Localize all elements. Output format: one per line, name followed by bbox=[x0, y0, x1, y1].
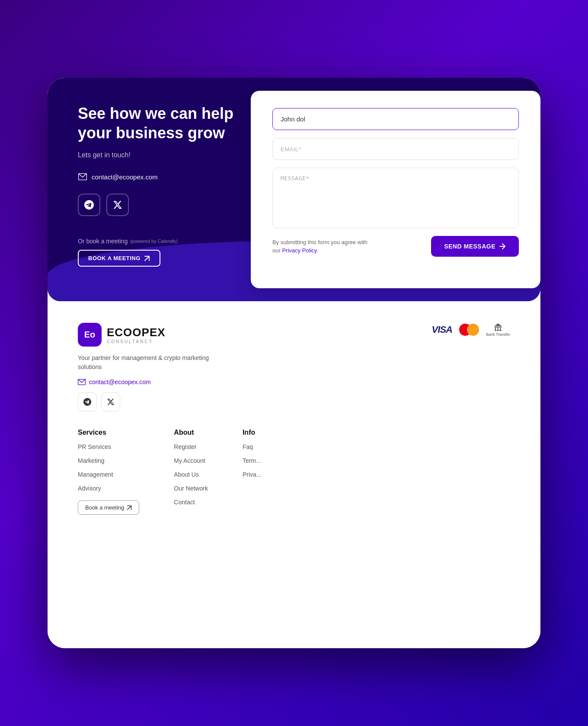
powered-by: (powered by Calendly) bbox=[130, 239, 178, 244]
svg-rect-2 bbox=[494, 327, 502, 328]
book-meeting-button[interactable]: BOOK A MEETING bbox=[78, 250, 160, 267]
svg-rect-5 bbox=[500, 328, 501, 330]
contact-email: contact@ecoopex.com bbox=[92, 173, 158, 181]
payment-icons: VISA bbox=[432, 323, 510, 337]
footer-top: Eo ECOOPEX CONSULTANCY Your partner for … bbox=[78, 323, 510, 411]
marketing-link[interactable]: Marketing bbox=[78, 457, 139, 464]
contact-heading: See how we can help your business grow bbox=[78, 104, 238, 143]
logo-brand: ECOOPEX bbox=[107, 326, 166, 339]
footer-tagline: Your partner for management & crypto mar… bbox=[78, 353, 216, 372]
book-meeting-label: Or book a meeting (powered by Calendly) bbox=[78, 238, 238, 245]
send-message-button[interactable]: SEND MESSAGE bbox=[431, 236, 519, 257]
footer-section: Eo ECOOPEX CONSULTANCY Your partner for … bbox=[48, 301, 540, 648]
footer-telegram-button[interactable] bbox=[78, 392, 97, 411]
message-input[interactable] bbox=[272, 168, 519, 228]
faq-link[interactable]: Faq bbox=[243, 443, 262, 450]
pr-services-link[interactable]: PR Services bbox=[78, 443, 139, 450]
privacy-link[interactable]: Privacy Policy. bbox=[282, 247, 318, 254]
management-link[interactable]: Management bbox=[78, 471, 139, 478]
logo-area: Eo ECOOPEX CONSULTANCY Your partner for … bbox=[78, 323, 216, 411]
contact-subtext: Lets get in touch! bbox=[78, 151, 238, 159]
logo-row: Eo ECOOPEX CONSULTANCY bbox=[78, 323, 216, 347]
bank-transfer-icon: Bank Transfer bbox=[486, 323, 510, 337]
screen: See how we can help your business grow L… bbox=[48, 78, 540, 648]
info-title: Info bbox=[243, 429, 262, 436]
privacy-policy-link[interactable]: Priva... bbox=[243, 471, 262, 478]
device-frame: See how we can help your business grow L… bbox=[48, 78, 540, 648]
register-link[interactable]: Register bbox=[174, 443, 208, 450]
footer-nav: Services PR Services Marketing Managemen… bbox=[78, 429, 510, 515]
contact-left: See how we can help your business grow L… bbox=[48, 78, 259, 301]
footer-twitter-button[interactable] bbox=[101, 392, 120, 411]
svg-rect-3 bbox=[495, 328, 496, 330]
footer-social bbox=[78, 392, 216, 411]
telegram-button[interactable] bbox=[78, 194, 100, 216]
form-footer: By submitting this form you agree with o… bbox=[272, 236, 519, 257]
email-icon bbox=[78, 172, 87, 182]
name-input[interactable] bbox=[272, 108, 519, 130]
about-us-link[interactable]: About Us bbox=[174, 471, 208, 478]
about-title: About bbox=[174, 429, 208, 436]
footer-email-link[interactable]: contact@ecoopex.com bbox=[89, 379, 151, 385]
email-input[interactable] bbox=[272, 138, 519, 160]
email-row: contact@ecoopex.com bbox=[78, 172, 238, 182]
mastercard-icon bbox=[459, 323, 479, 337]
logo-text-area: ECOOPEX CONSULTANCY bbox=[107, 326, 166, 344]
agree-text: By submitting this form you agree with o… bbox=[272, 238, 368, 255]
services-col: Services PR Services Marketing Managemen… bbox=[78, 429, 139, 515]
svg-rect-6 bbox=[494, 330, 502, 331]
info-col: Info Faq Term... Priva... bbox=[243, 429, 262, 515]
logo-sub: CONSULTANCY bbox=[107, 339, 166, 344]
terms-link[interactable]: Term... bbox=[243, 457, 262, 464]
our-network-link[interactable]: Our Network bbox=[174, 485, 208, 492]
svg-rect-4 bbox=[498, 328, 499, 330]
book-meeting-footer-button[interactable]: Book a meeting bbox=[78, 500, 139, 515]
services-title: Services bbox=[78, 429, 139, 436]
logo-icon: Eo bbox=[78, 323, 102, 347]
contact-section: See how we can help your business grow L… bbox=[48, 78, 540, 301]
contact-form-panel: By submitting this form you agree with o… bbox=[251, 91, 540, 288]
contact-link[interactable]: Contact bbox=[174, 499, 208, 506]
about-col: About Register My Account About Us Our N… bbox=[174, 429, 208, 515]
visa-icon: VISA bbox=[432, 323, 452, 337]
contact-social-icons bbox=[78, 194, 238, 216]
footer-email-row: contact@ecoopex.com bbox=[78, 379, 216, 385]
my-account-link[interactable]: My Account bbox=[174, 457, 208, 464]
advisory-link[interactable]: Advisory bbox=[78, 485, 139, 492]
twitter-button[interactable] bbox=[106, 194, 129, 216]
